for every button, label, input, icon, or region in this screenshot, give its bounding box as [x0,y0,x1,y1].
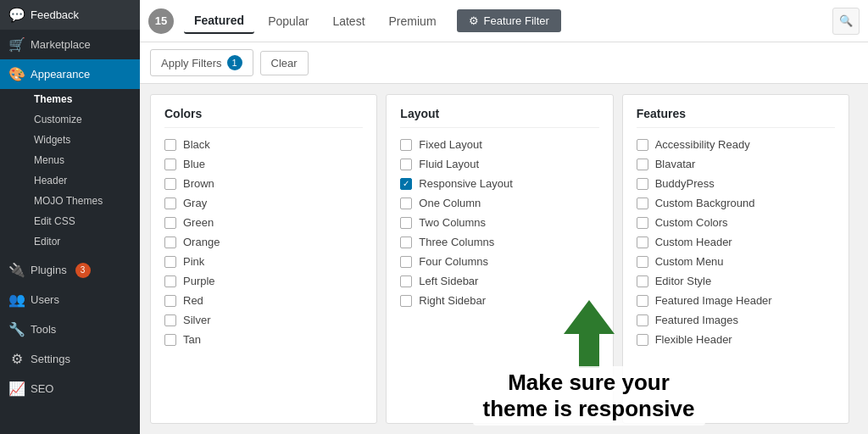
sidebar-item-settings[interactable]: ⚙ Settings [0,344,140,374]
tab-latest[interactable]: Latest [322,9,375,33]
filter-row[interactable]: Silver [164,314,363,326]
filter-row[interactable]: Custom Menu [637,255,835,268]
filter-row[interactable]: Four Columns [400,255,598,268]
clear-button[interactable]: Clear [260,51,309,75]
filter-checkbox[interactable] [637,178,648,190]
filter-checkbox[interactable] [637,198,648,209]
filter-row[interactable]: Blavatar [637,158,835,170]
filter-label: Fixed Layout [419,138,481,151]
filter-checkbox[interactable] [164,314,176,326]
filter-checkbox[interactable] [637,334,648,346]
filter-checkbox[interactable] [637,236,648,248]
filter-checkbox[interactable] [637,159,648,170]
filter-checkbox[interactable] [400,275,412,287]
submenu-widgets[interactable]: Widgets [25,130,140,150]
filter-checkbox[interactable] [164,159,176,170]
sidebar-item-tools[interactable]: 🔧 Tools [0,314,140,344]
colors-title: Colors [164,107,363,128]
filter-checkbox[interactable] [400,198,412,209]
filter-label: Black [183,138,210,151]
feature-filter-button[interactable]: ⚙ Feature Filter [457,9,561,32]
submenu-editor[interactable]: Editor [25,231,140,252]
search-button[interactable]: 🔍 [832,8,860,35]
filter-row[interactable]: Three Columns [400,236,598,248]
filter-row[interactable]: Custom Background [637,197,835,209]
sidebar-item-marketplace[interactable]: 🛒 Marketplace [0,30,140,59]
filter-row[interactable]: Purple [164,275,363,287]
features-column: Features Accessibility ReadyBlavatarBudd… [622,94,849,424]
apply-filters-button[interactable]: Apply Filters 1 [150,49,253,76]
filter-row[interactable]: BuddyPress [637,177,835,190]
filter-checkbox[interactable] [637,295,648,307]
filter-row[interactable]: Blue [164,158,363,170]
filter-checkbox[interactable] [400,139,412,151]
filter-checkbox[interactable] [400,217,412,229]
filter-checkbox[interactable] [637,314,648,326]
users-label: Users [31,293,59,306]
filter-checkbox[interactable] [164,198,176,209]
filter-checkbox[interactable] [400,256,412,268]
filter-checkbox[interactable] [164,256,176,268]
users-icon: 👥 [8,292,25,308]
filter-row[interactable]: Pink [164,255,363,268]
submenu-header[interactable]: Header [25,170,140,191]
filter-checkbox[interactable] [400,236,412,248]
filter-row[interactable]: Flexible Header [637,333,835,346]
filter-row[interactable]: Red [164,294,363,307]
tab-featured[interactable]: Featured [184,8,254,34]
filter-checkbox[interactable] [164,217,176,229]
filter-row[interactable]: Custom Colors [637,216,835,229]
filter-checkbox[interactable] [637,217,648,229]
filter-row[interactable]: One Column [400,197,598,209]
sidebar-item-plugins[interactable]: 🔌 Plugins 3 [0,255,140,285]
filter-checkbox[interactable] [164,236,176,248]
filter-row[interactable]: ✓Responsive Layout [400,177,598,190]
submenu-customize[interactable]: Customize [25,109,140,130]
sidebar-item-appearance[interactable]: 🎨 Appearance [0,59,140,89]
filter-row[interactable]: Fluid Layout [400,158,598,170]
sidebar-item-users[interactable]: 👥 Users [0,285,140,314]
filter-row[interactable]: Editor Style [637,275,835,287]
sidebar-item-feedback[interactable]: 💬 Feedback [0,0,140,30]
filter-checkbox[interactable] [164,295,176,307]
filter-row[interactable]: Left Sidebar [400,275,598,287]
filter-row[interactable]: Black [164,138,363,151]
plugins-label: Plugins [31,264,67,276]
tab-popular[interactable]: Popular [258,9,319,33]
tab-premium[interactable]: Premium [379,9,447,33]
filter-checkbox[interactable] [637,275,648,287]
filter-label: Purple [183,275,215,287]
filter-row[interactable]: Accessibility Ready [637,138,835,151]
filter-checkbox[interactable] [164,275,176,287]
filter-row[interactable]: Two Columns [400,216,598,229]
filter-row[interactable]: Fixed Layout [400,138,598,151]
filter-row[interactable]: Gray [164,197,363,209]
filter-checkbox[interactable] [637,256,648,268]
filter-checkbox[interactable] [400,159,412,170]
filter-label: Custom Colors [655,216,728,229]
submenu-edit-css[interactable]: Edit CSS [25,211,140,231]
filter-row[interactable]: Featured Images [637,314,835,326]
filter-checkbox[interactable] [164,334,176,346]
filter-checkbox[interactable] [164,139,176,151]
filter-checkbox[interactable] [637,139,648,151]
submenu-mojo-themes[interactable]: MOJO Themes [25,191,140,211]
filter-row[interactable]: Green [164,216,363,229]
filter-checkbox[interactable]: ✓ [400,178,412,190]
filter-row[interactable]: Featured Image Header [637,294,835,307]
filter-row[interactable]: Right Sidebar [400,294,598,307]
edit-css-label: Edit CSS [34,215,75,227]
widgets-label: Widgets [34,134,70,146]
features-title: Features [637,107,835,128]
filter-row[interactable]: Custom Header [637,236,835,248]
settings-icon: ⚙ [8,351,25,367]
submenu-menus[interactable]: Menus [25,150,140,170]
customize-label: Customize [34,114,82,125]
filter-row[interactable]: Orange [164,236,363,248]
sidebar-item-seo[interactable]: 📈 SEO [0,374,140,403]
filter-checkbox[interactable] [400,295,412,307]
submenu-themes[interactable]: Themes [25,89,140,109]
filter-row[interactable]: Tan [164,333,363,346]
filter-row[interactable]: Brown [164,177,363,190]
filter-checkbox[interactable] [164,178,176,190]
